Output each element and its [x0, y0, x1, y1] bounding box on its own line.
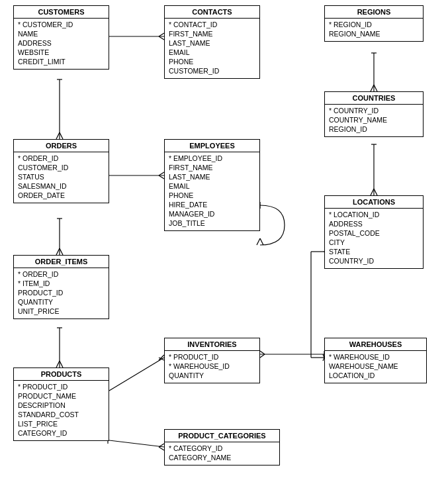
field: * COUNTRY_ID [329, 106, 419, 115]
svg-line-15 [60, 248, 63, 255]
field: * ITEM_ID [18, 279, 105, 288]
table-order-items-body: * ORDER_ID * ITEM_ID PRODUCT_ID QUANTITY… [14, 268, 109, 318]
field: QUANTITY [169, 371, 255, 380]
svg-line-26 [374, 189, 377, 195]
field: HIRE_DATE [169, 200, 255, 209]
svg-line-48 [159, 444, 164, 447]
table-regions-header: REGIONS [325, 6, 423, 19]
table-regions: REGIONS * REGION_ID REGION_NAME [324, 5, 424, 42]
svg-line-7 [60, 132, 63, 139]
field: JOB_TITLE [169, 219, 255, 228]
svg-line-40 [159, 355, 164, 360]
field: FIRST_NAME [169, 29, 255, 38]
table-locations-body: * LOCATION_ID ADDRESS POSTAL_CODE CITY S… [325, 209, 423, 268]
table-contacts-body: * CONTACT_ID FIRST_NAME LAST_NAME EMAIL … [165, 19, 259, 78]
field: MANAGER_ID [169, 209, 255, 219]
table-countries: COUNTRIES * COUNTRY_ID COUNTRY_NAME REGI… [324, 91, 424, 137]
table-countries-header: COUNTRIES [325, 92, 423, 105]
field: STATUS [18, 172, 105, 181]
table-order-items: ORDER_ITEMS * ORDER_ID * ITEM_ID PRODUCT… [13, 255, 109, 319]
table-order-items-header: ORDER_ITEMS [14, 256, 109, 268]
table-warehouses: WAREHOUSES * WAREHOUSE_ID WAREHOUSE_NAME… [324, 338, 427, 383]
table-customers-header: CUSTOMERS [14, 6, 109, 19]
field: * CONTACT_ID [169, 20, 255, 29]
field: * EMPLOYEE_ID [169, 154, 255, 163]
table-orders-body: * ORDER_ID CUSTOMER_ID STATUS SALESMAN_I… [14, 152, 109, 203]
table-regions-body: * REGION_ID REGION_NAME [325, 19, 423, 41]
field: CITY [329, 238, 419, 247]
table-customers-body: * CUSTOMER_ID NAME ADDRESS WEBSITE CREDI… [14, 19, 109, 69]
table-product-categories-header: PRODUCT_CATEGORIES [165, 430, 279, 442]
svg-line-11 [159, 175, 164, 179]
field: ADDRESS [18, 38, 105, 48]
field: ADDRESS [329, 219, 419, 228]
table-orders-header: ORDERS [14, 140, 109, 152]
field: EMAIL [169, 181, 255, 191]
svg-line-3 [159, 36, 164, 40]
field: UNIT_PRICE [18, 307, 105, 316]
table-countries-body: * COUNTRY_ID COUNTRY_NAME REGION_ID [325, 105, 423, 136]
field: PRODUCT_ID [18, 288, 105, 297]
table-product-categories: PRODUCT_CATEGORIES * CATEGORY_ID CATEGOR… [164, 429, 280, 466]
svg-line-25 [371, 189, 374, 195]
field: NAME [18, 29, 105, 38]
field: * PRODUCT_ID [18, 382, 105, 391]
svg-line-6 [56, 132, 60, 139]
table-locations-header: LOCATIONS [325, 196, 423, 209]
table-customers: CUSTOMERS * CUSTOMER_ID NAME ADDRESS WEB… [13, 5, 109, 70]
field: DESCRIPTION [18, 401, 105, 410]
table-locations: LOCATIONS * LOCATION_ID ADDRESS POSTAL_C… [324, 195, 424, 269]
svg-line-36 [260, 351, 265, 354]
svg-line-21 [371, 85, 374, 91]
table-contacts-header: CONTACTS [165, 6, 259, 19]
erd-canvas: CUSTOMERS * CUSTOMER_ID NAME ADDRESS WEB… [0, 0, 448, 490]
field: COUNTRY_ID [329, 256, 419, 266]
field: * PRODUCT_ID [169, 352, 255, 362]
field: CATEGORY_ID [18, 428, 105, 438]
table-product-categories-body: * CATEGORY_ID CATEGORY_NAME [165, 442, 279, 465]
table-employees-body: * EMPLOYEE_ID FIRST_NAME LAST_NAME EMAIL… [165, 152, 259, 230]
field: REGION_ID [329, 124, 419, 134]
table-warehouses-header: WAREHOUSES [325, 338, 426, 351]
svg-line-49 [159, 447, 164, 450]
field: EMAIL [169, 48, 255, 57]
field: SALESMAN_ID [18, 181, 105, 191]
svg-line-22 [374, 85, 377, 91]
field: REGION_NAME [329, 29, 419, 38]
svg-line-45 [60, 361, 63, 368]
field: CUSTOMER_ID [169, 66, 255, 75]
svg-line-18 [260, 238, 263, 245]
field: * CATEGORY_ID [169, 444, 275, 453]
svg-line-10 [159, 172, 164, 175]
field: STANDARD_COST [18, 410, 105, 419]
field: POSTAL_CODE [329, 228, 419, 238]
table-employees: EMPLOYEES * EMPLOYEE_ID FIRST_NAME LAST_… [164, 139, 260, 231]
table-inventories-body: * PRODUCT_ID * WAREHOUSE_ID QUANTITY [165, 351, 259, 383]
field: WAREHOUSE_NAME [329, 362, 422, 371]
field: * ORDER_ID [18, 270, 105, 279]
table-contacts: CONTACTS * CONTACT_ID FIRST_NAME LAST_NA… [164, 5, 260, 79]
field: STATE [329, 247, 419, 256]
field: COUNTRY_NAME [329, 115, 419, 124]
table-orders: ORDERS * ORDER_ID CUSTOMER_ID STATUS SAL… [13, 139, 109, 203]
table-employees-header: EMPLOYEES [165, 140, 259, 152]
field: ORDER_DATE [18, 191, 105, 200]
svg-line-17 [257, 238, 260, 245]
svg-line-2 [159, 33, 164, 36]
field: * CUSTOMER_ID [18, 20, 105, 29]
field: LAST_NAME [169, 172, 255, 181]
svg-line-46 [109, 440, 164, 447]
svg-line-14 [56, 248, 60, 255]
field: PHONE [169, 191, 255, 200]
field: CREDIT_LIMIT [18, 57, 105, 66]
field: * ORDER_ID [18, 154, 105, 163]
field: LIST_PRICE [18, 419, 105, 428]
svg-line-38 [109, 358, 164, 391]
field: * WAREHOUSE_ID [329, 352, 422, 362]
table-products-body: * PRODUCT_ID PRODUCT_NAME DESCRIPTION ST… [14, 381, 109, 440]
field: PRODUCT_NAME [18, 391, 105, 401]
field: CATEGORY_NAME [169, 453, 275, 462]
field: CUSTOMER_ID [18, 163, 105, 172]
field: PHONE [169, 57, 255, 66]
table-inventories-header: INVENTORIES [165, 338, 259, 351]
